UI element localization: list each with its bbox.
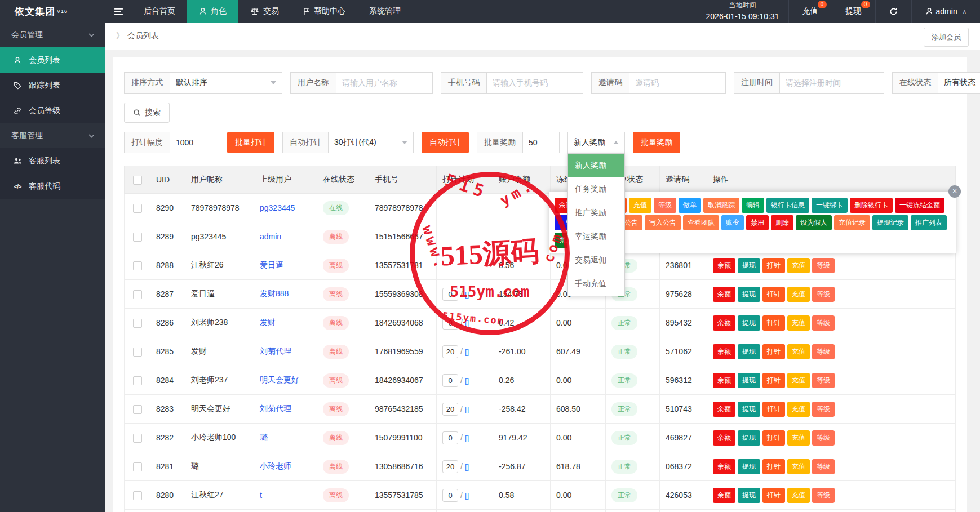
plan-edit-link[interactable]: [] [465, 376, 469, 385]
panel-button-提现记录[interactable]: 提现记录 [872, 215, 908, 230]
op-button-提现[interactable]: 提现 [738, 402, 760, 417]
dropdown-option-幸运奖励[interactable]: 幸运奖励 [568, 225, 624, 248]
menu-toggle-icon[interactable] [105, 0, 132, 23]
op-button-打针[interactable]: 打针 [762, 488, 785, 503]
reward-type-select[interactable]: 新人奖励 [567, 132, 625, 153]
plan-input[interactable]: 0 [442, 489, 458, 502]
op-button-充值[interactable]: 充值 [787, 488, 810, 503]
op-button-等级[interactable]: 等级 [812, 402, 835, 417]
op-button-余额[interactable]: 余额 [713, 287, 735, 302]
plan-input[interactable]: 0 [442, 317, 458, 330]
parent-user-link[interactable]: admin [260, 232, 281, 241]
panel-button-查看团队[interactable]: 查看团队 [683, 215, 719, 230]
batch-reward-input[interactable] [522, 132, 560, 153]
dropdown-option-推广奖励[interactable]: 推广奖励 [568, 201, 624, 225]
recharge-button[interactable]: 充值 0 [788, 0, 832, 23]
op-button-提现[interactable]: 提现 [738, 459, 760, 474]
panel-button-推广列表[interactable]: 推广列表 [911, 215, 947, 230]
op-button-提现[interactable]: 提现 [738, 315, 760, 331]
sidebar-group-客服管理[interactable]: 客服管理 [0, 123, 105, 148]
row-checkbox[interactable] [133, 204, 142, 213]
panel-button-做单[interactable]: 做单 [679, 198, 701, 213]
row-checkbox[interactable] [133, 434, 142, 443]
filter-select-在线状态[interactable]: 所有状态 [938, 72, 980, 94]
row-checkbox[interactable] [133, 376, 142, 385]
plan-edit-link[interactable]: [] [465, 348, 469, 356]
op-button-等级[interactable]: 等级 [812, 258, 835, 273]
parent-user-link[interactable]: 爱日逼 [260, 260, 283, 269]
panel-button-账变[interactable]: 账变 [721, 215, 744, 230]
plan-edit-link[interactable]: [] [465, 290, 469, 299]
panel-button-删除银行卡[interactable]: 删除银行卡 [850, 198, 893, 213]
filter-input-注册时间[interactable] [779, 72, 884, 94]
auto-inject-select[interactable]: 30打针(代4) [328, 132, 414, 153]
parent-user-link[interactable]: 发财 [260, 318, 276, 327]
op-button-打针[interactable]: 打针 [762, 402, 785, 417]
op-button-打针[interactable]: 打针 [762, 430, 785, 446]
op-button-打针[interactable]: 打针 [762, 459, 785, 474]
op-button-提现[interactable]: 提现 [738, 488, 760, 503]
sidebar-group-会员管理[interactable]: 会员管理 [0, 23, 105, 47]
search-button[interactable]: 搜索 [124, 103, 170, 123]
op-button-余额[interactable]: 余额 [713, 430, 735, 446]
parent-user-link[interactable]: 刘菊代理 [260, 404, 291, 413]
row-checkbox[interactable] [133, 319, 142, 328]
op-button-提现[interactable]: 提现 [738, 344, 760, 359]
op-button-等级[interactable]: 等级 [812, 430, 835, 446]
panel-button-一键绑卡[interactable]: 一键绑卡 [812, 198, 848, 213]
op-button-充值[interactable]: 充值 [787, 315, 810, 331]
batch-reward-button[interactable]: 批量奖励 [633, 132, 680, 153]
op-button-提现[interactable]: 提现 [738, 258, 760, 273]
add-member-button[interactable]: 添加会员 [924, 28, 969, 47]
op-button-等级[interactable]: 等级 [812, 315, 835, 331]
op-button-余额[interactable]: 余额 [713, 315, 735, 331]
panel-button-等级[interactable]: 等级 [654, 198, 676, 213]
op-button-等级[interactable]: 等级 [812, 373, 835, 388]
row-checkbox[interactable] [133, 290, 142, 299]
plan-edit-link[interactable]: [] [465, 405, 469, 413]
parent-user-link[interactable]: pg323445 [260, 203, 295, 212]
op-button-打针[interactable]: 打针 [762, 258, 785, 273]
plan-input[interactable]: 0 [442, 288, 458, 301]
sidebar-item-会员等级[interactable]: 会员等级 [0, 98, 105, 123]
op-button-充值[interactable]: 充值 [787, 258, 810, 273]
filter-input-邀请码[interactable] [629, 72, 726, 94]
op-button-等级[interactable]: 等级 [812, 488, 835, 503]
op-button-充值[interactable]: 充值 [787, 344, 810, 359]
op-button-提现[interactable]: 提现 [738, 287, 760, 302]
op-button-打针[interactable]: 打针 [762, 344, 785, 359]
op-button-提现[interactable]: 提现 [738, 430, 760, 446]
sidebar-item-客服代码[interactable]: </>客服代码 [0, 173, 105, 199]
panel-button-编辑[interactable]: 编辑 [742, 198, 764, 213]
op-button-充值[interactable]: 充值 [787, 459, 810, 474]
panel-button-删除[interactable]: 删除 [771, 215, 793, 230]
sidebar-item-跟踪列表[interactable]: 跟踪列表 [0, 73, 105, 98]
auto-inject-button[interactable]: 自动打针 [422, 132, 469, 153]
op-button-余额[interactable]: 余额 [713, 488, 735, 503]
op-button-余额[interactable]: 余额 [713, 402, 735, 417]
plan-edit-link[interactable]: [] [465, 434, 469, 442]
plan-input[interactable]: 0 [442, 431, 458, 444]
filter-input-手机号码[interactable] [486, 72, 583, 94]
select-all-checkbox[interactable] [133, 176, 142, 185]
panel-button-取消跟踪[interactable]: 取消跟踪 [703, 198, 739, 213]
parent-user-link[interactable]: 发财888 [260, 289, 289, 298]
panel-button-银行卡信息[interactable]: 银行卡信息 [766, 198, 809, 213]
nav-item-角色[interactable]: 角色 [187, 0, 238, 23]
withdraw-button[interactable]: 提现 0 [832, 0, 875, 23]
nav-item-交易[interactable]: 交易 [238, 0, 291, 23]
op-button-余额[interactable]: 余额 [713, 344, 735, 359]
panel-button-写入公告[interactable]: 写入公告 [645, 215, 681, 230]
plan-edit-link[interactable]: [] [465, 319, 469, 327]
op-button-提现[interactable]: 提现 [738, 373, 760, 388]
dropdown-option-交易返佣[interactable]: 交易返佣 [568, 248, 624, 272]
op-button-充值[interactable]: 充值 [787, 373, 810, 388]
op-button-充值[interactable]: 充值 [787, 430, 810, 446]
sidebar-item-客服列表[interactable]: 客服列表 [0, 148, 105, 173]
op-button-充值[interactable]: 充值 [787, 287, 810, 302]
plan-edit-link[interactable]: [] [465, 491, 469, 500]
dropdown-option-手动充值[interactable]: 手动充值 [568, 272, 624, 296]
op-button-余额[interactable]: 余额 [713, 258, 735, 273]
row-checkbox[interactable] [133, 261, 142, 270]
plan-input[interactable]: 0 [442, 374, 458, 387]
